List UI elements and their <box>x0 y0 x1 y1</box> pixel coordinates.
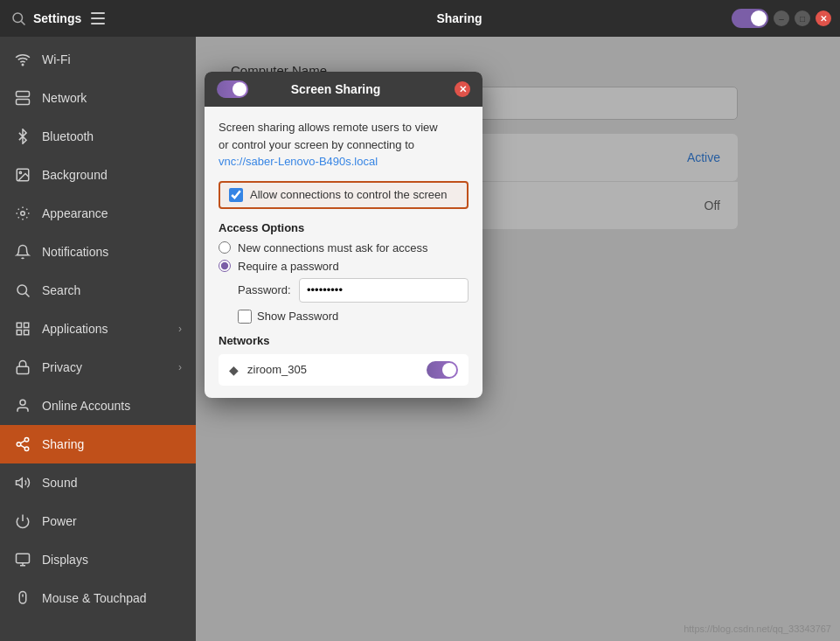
radio-ask-label: New connections must ask for access <box>238 241 427 254</box>
privacy-arrow: › <box>178 361 182 373</box>
sidebar-label-wifi: Wi-Fi <box>42 52 71 66</box>
applications-icon <box>14 320 31 338</box>
hamburger-line <box>91 12 105 14</box>
sidebar-label-power: Power <box>42 514 77 528</box>
sidebar-item-displays[interactable]: Displays <box>0 540 196 579</box>
svg-rect-14 <box>24 331 29 335</box>
close-button[interactable]: ✕ <box>816 10 831 26</box>
svg-rect-3 <box>17 92 30 97</box>
dark-mode-toggle[interactable] <box>732 9 768 28</box>
allow-connections-checkbox[interactable] <box>229 188 243 202</box>
sidebar-label-search: Search <box>42 283 80 297</box>
sidebar-item-sound[interactable]: Sound <box>0 463 196 502</box>
sidebar-item-notifications[interactable]: Notifications <box>0 233 196 271</box>
titlebar-controls: – □ ✕ <box>723 9 840 28</box>
background-icon <box>14 166 31 184</box>
svg-rect-16 <box>17 366 29 373</box>
radio-password-input[interactable] <box>219 260 231 272</box>
url-bar: https://blog.csdn.net/qq_33343767 <box>684 624 831 634</box>
description-line1: Screen sharing allows remote users to vi… <box>219 121 438 134</box>
modal-overlay: Screen Sharing ✕ Screen sharing allows r… <box>196 37 840 641</box>
displays-icon <box>14 551 31 568</box>
sidebar-label-network: Network <box>42 91 87 105</box>
titlebar-left: Settings <box>0 5 196 31</box>
sidebar-item-bluetooth[interactable]: Bluetooth <box>0 117 196 156</box>
screen-sharing-dialog: Screen Sharing ✕ Screen sharing allows r… <box>205 72 482 398</box>
password-input[interactable] <box>299 278 469 303</box>
power-icon <box>14 512 31 530</box>
password-row: Password: <box>238 278 469 303</box>
sidebar-label-notifications: Notifications <box>42 245 108 259</box>
search-sidebar-icon <box>14 282 31 299</box>
svg-point-9 <box>21 212 25 216</box>
network-toggle[interactable] <box>427 361 458 379</box>
sidebar-item-applications[interactable]: Applications › <box>0 310 196 348</box>
mouse-icon <box>14 589 31 607</box>
sidebar-label-bluetooth: Bluetooth <box>42 129 94 143</box>
svg-point-10 <box>17 285 27 295</box>
radio-ask-input[interactable] <box>219 241 231 254</box>
sidebar-item-sharing[interactable]: Sharing <box>0 425 196 463</box>
networks-title: Networks <box>219 334 469 347</box>
network-icon <box>14 89 31 107</box>
sidebar-label-mouse-touchpad: Mouse & Touchpad <box>42 591 147 605</box>
dialog-title: Screen Sharing <box>217 82 455 96</box>
app-title: Settings <box>33 11 81 25</box>
applications-arrow: › <box>178 323 182 335</box>
titlebar: Settings Sharing – □ ✕ <box>0 0 840 37</box>
appearance-icon <box>14 205 31 222</box>
allow-connections-label: Allow connections to control the screen <box>250 188 447 201</box>
content-area: Computer Name Screen Sharing Active File… <box>196 37 840 641</box>
svg-point-2 <box>22 64 24 66</box>
sidebar-item-online-accounts[interactable]: Online Accounts <box>0 387 196 425</box>
wifi-network-icon: ◆ <box>229 363 239 377</box>
sidebar-item-background[interactable]: Background <box>0 156 196 194</box>
svg-rect-13 <box>24 323 29 327</box>
dialog-description: Screen sharing allows remote users to vi… <box>219 119 469 171</box>
sidebar-item-wifi[interactable]: Wi-Fi <box>0 40 196 79</box>
sidebar-item-search[interactable]: Search <box>0 271 196 310</box>
svg-line-22 <box>20 441 24 443</box>
network-name: ziroom_305 <box>247 363 418 376</box>
svg-line-1 <box>21 21 24 24</box>
dialog-close-button[interactable]: ✕ <box>455 81 470 97</box>
minimize-button[interactable]: – <box>774 10 789 26</box>
svg-line-11 <box>25 293 29 296</box>
online-accounts-icon <box>14 397 31 415</box>
svg-point-19 <box>17 442 21 447</box>
sidebar-item-power[interactable]: Power <box>0 502 196 540</box>
show-password-label: Show Password <box>257 310 338 323</box>
dialog-toggle[interactable] <box>217 80 248 98</box>
svg-point-20 <box>24 447 29 451</box>
show-password-row: Show Password <box>238 310 469 324</box>
wifi-icon <box>14 51 31 68</box>
network-row: ◆ ziroom_305 <box>219 354 469 386</box>
svg-point-0 <box>13 13 23 23</box>
dialog-titlebar: Screen Sharing ✕ <box>205 72 482 107</box>
sidebar-item-network[interactable]: Network <box>0 79 196 117</box>
svg-rect-4 <box>17 100 30 105</box>
dialog-body: Screen sharing allows remote users to vi… <box>205 107 482 398</box>
sidebar-item-mouse-touchpad[interactable]: Mouse & Touchpad <box>0 579 196 617</box>
show-password-checkbox[interactable] <box>238 310 252 324</box>
sidebar-label-online-accounts: Online Accounts <box>42 399 130 413</box>
sidebar-item-privacy[interactable]: Privacy › <box>0 348 196 387</box>
svg-rect-25 <box>17 554 30 563</box>
sidebar-label-sound: Sound <box>42 476 77 490</box>
svg-point-18 <box>24 438 29 442</box>
hamburger-button[interactable] <box>85 5 111 31</box>
sidebar-label-sharing: Sharing <box>42 437 84 451</box>
window-title: Sharing <box>436 11 482 25</box>
sidebar-item-appearance[interactable]: Appearance <box>0 194 196 233</box>
svg-rect-15 <box>17 331 21 335</box>
sidebar: Wi-Fi Network Bluetooth <box>0 37 196 641</box>
hamburger-line <box>91 17 105 19</box>
hamburger-line <box>91 23 105 24</box>
maximize-button[interactable]: □ <box>795 10 810 26</box>
titlebar-center: Sharing <box>196 11 723 25</box>
sidebar-label-background: Background <box>42 168 108 182</box>
notifications-icon <box>14 243 31 261</box>
radio-require-password[interactable]: Require a password <box>219 260 469 273</box>
radio-ask-access[interactable]: New connections must ask for access <box>219 241 469 254</box>
vnc-link[interactable]: vnc://saber-Lenovo-B490s.local <box>219 155 378 168</box>
